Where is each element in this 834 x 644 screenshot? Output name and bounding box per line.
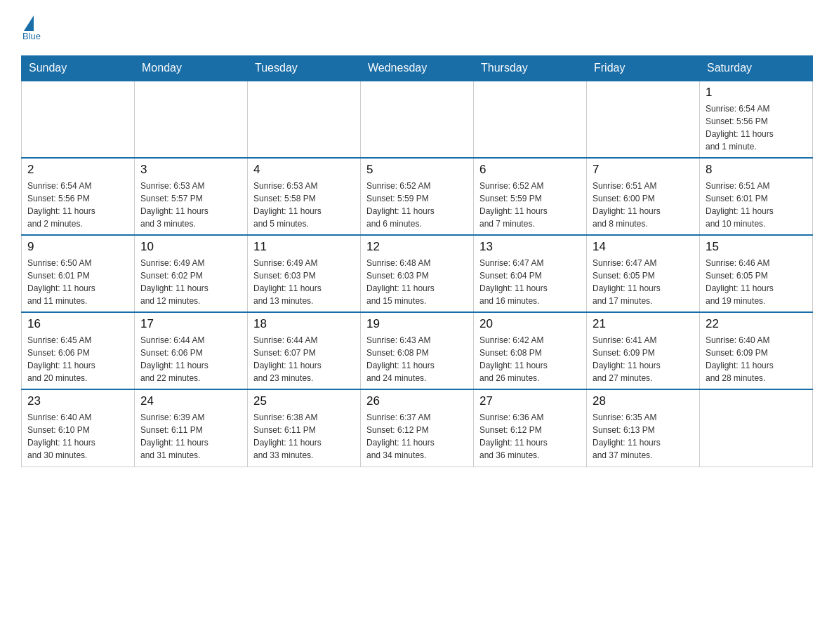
day-number: 8 xyxy=(706,163,807,177)
calendar-cell: 12Sunrise: 6:48 AMSunset: 6:03 PMDayligh… xyxy=(361,235,474,312)
calendar-cell xyxy=(474,81,587,158)
day-number: 19 xyxy=(366,317,468,331)
calendar-cell xyxy=(587,81,700,158)
calendar-cell: 4Sunrise: 6:53 AMSunset: 5:58 PMDaylight… xyxy=(248,158,361,235)
day-info: Sunrise: 6:52 AMSunset: 5:59 PMDaylight:… xyxy=(479,180,581,230)
day-info: Sunrise: 6:41 AMSunset: 6:09 PMDaylight:… xyxy=(593,334,694,384)
calendar-cell: 13Sunrise: 6:47 AMSunset: 6:04 PMDayligh… xyxy=(474,235,587,312)
calendar-cell: 21Sunrise: 6:41 AMSunset: 6:09 PMDayligh… xyxy=(587,312,700,389)
calendar-cell: 7Sunrise: 6:51 AMSunset: 6:00 PMDaylight… xyxy=(587,158,700,235)
day-number: 21 xyxy=(593,317,694,331)
calendar-cell: 19Sunrise: 6:43 AMSunset: 6:08 PMDayligh… xyxy=(361,312,474,389)
day-info: Sunrise: 6:36 AMSunset: 6:12 PMDaylight:… xyxy=(479,411,581,462)
day-info: Sunrise: 6:54 AMSunset: 5:56 PMDaylight:… xyxy=(706,102,807,153)
day-info: Sunrise: 6:49 AMSunset: 6:02 PMDaylight:… xyxy=(140,257,241,307)
calendar-cell: 25Sunrise: 6:38 AMSunset: 6:11 PMDayligh… xyxy=(248,389,361,467)
logo-subtitle: Blue xyxy=(22,31,41,41)
calendar-cell: 18Sunrise: 6:44 AMSunset: 6:07 PMDayligh… xyxy=(248,312,361,389)
day-header-tuesday: Tuesday xyxy=(248,56,361,81)
day-number: 14 xyxy=(593,240,694,254)
day-number: 15 xyxy=(706,240,807,254)
day-info: Sunrise: 6:39 AMSunset: 6:11 PMDaylight:… xyxy=(140,411,241,462)
day-number: 4 xyxy=(253,163,355,177)
calendar-week-row: 9Sunrise: 6:50 AMSunset: 6:01 PMDaylight… xyxy=(22,235,813,312)
calendar-header-row: SundayMondayTuesdayWednesdayThursdayFrid… xyxy=(22,56,813,81)
calendar-cell xyxy=(22,81,135,158)
day-info: Sunrise: 6:43 AMSunset: 6:08 PMDaylight:… xyxy=(366,334,468,384)
calendar-cell: 11Sunrise: 6:49 AMSunset: 6:03 PMDayligh… xyxy=(248,235,361,312)
day-info: Sunrise: 6:48 AMSunset: 6:03 PMDaylight:… xyxy=(366,257,468,307)
calendar-cell: 28Sunrise: 6:35 AMSunset: 6:13 PMDayligh… xyxy=(587,389,700,467)
calendar-cell: 3Sunrise: 6:53 AMSunset: 5:57 PMDaylight… xyxy=(135,158,248,235)
day-number: 9 xyxy=(27,240,128,254)
day-info: Sunrise: 6:51 AMSunset: 6:01 PMDaylight:… xyxy=(706,180,807,230)
day-info: Sunrise: 6:37 AMSunset: 6:12 PMDaylight:… xyxy=(366,411,468,462)
day-number: 18 xyxy=(253,317,355,331)
day-info: Sunrise: 6:49 AMSunset: 6:03 PMDaylight:… xyxy=(253,257,355,307)
day-info: Sunrise: 6:47 AMSunset: 6:05 PMDaylight:… xyxy=(593,257,694,307)
day-info: Sunrise: 6:45 AMSunset: 6:06 PMDaylight:… xyxy=(27,334,128,384)
day-number: 1 xyxy=(706,86,807,100)
calendar-cell: 5Sunrise: 6:52 AMSunset: 5:59 PMDaylight… xyxy=(361,158,474,235)
page-header: Blue xyxy=(21,14,813,41)
day-info: Sunrise: 6:46 AMSunset: 6:05 PMDaylight:… xyxy=(706,257,807,307)
day-number: 17 xyxy=(140,317,241,331)
day-number: 3 xyxy=(140,163,241,177)
day-number: 20 xyxy=(479,317,581,331)
calendar-week-row: 23Sunrise: 6:40 AMSunset: 6:10 PMDayligh… xyxy=(22,389,813,467)
day-number: 6 xyxy=(479,163,581,177)
day-header-wednesday: Wednesday xyxy=(361,56,474,81)
calendar-cell: 27Sunrise: 6:36 AMSunset: 6:12 PMDayligh… xyxy=(474,389,587,467)
day-header-thursday: Thursday xyxy=(474,56,587,81)
calendar-cell: 23Sunrise: 6:40 AMSunset: 6:10 PMDayligh… xyxy=(22,389,135,467)
day-number: 5 xyxy=(366,163,468,177)
day-info: Sunrise: 6:44 AMSunset: 6:06 PMDaylight:… xyxy=(140,334,241,384)
calendar-cell: 14Sunrise: 6:47 AMSunset: 6:05 PMDayligh… xyxy=(587,235,700,312)
day-info: Sunrise: 6:53 AMSunset: 5:58 PMDaylight:… xyxy=(253,180,355,230)
calendar-week-row: 2Sunrise: 6:54 AMSunset: 5:56 PMDaylight… xyxy=(22,158,813,235)
day-info: Sunrise: 6:35 AMSunset: 6:13 PMDaylight:… xyxy=(593,411,694,462)
day-number: 24 xyxy=(140,394,241,408)
day-header-friday: Friday xyxy=(587,56,700,81)
day-number: 16 xyxy=(27,317,128,331)
calendar-cell: 17Sunrise: 6:44 AMSunset: 6:06 PMDayligh… xyxy=(135,312,248,389)
calendar-cell: 9Sunrise: 6:50 AMSunset: 6:01 PMDaylight… xyxy=(22,235,135,312)
day-info: Sunrise: 6:50 AMSunset: 6:01 PMDaylight:… xyxy=(27,257,128,307)
calendar-table: SundayMondayTuesdayWednesdayThursdayFrid… xyxy=(21,55,813,467)
calendar-cell: 16Sunrise: 6:45 AMSunset: 6:06 PMDayligh… xyxy=(22,312,135,389)
day-number: 2 xyxy=(27,163,128,177)
calendar-cell xyxy=(135,81,248,158)
day-number: 28 xyxy=(593,394,694,408)
day-info: Sunrise: 6:54 AMSunset: 5:56 PMDaylight:… xyxy=(27,180,128,230)
logo: Blue xyxy=(21,14,41,41)
calendar-cell: 8Sunrise: 6:51 AMSunset: 6:01 PMDaylight… xyxy=(700,158,813,235)
day-info: Sunrise: 6:47 AMSunset: 6:04 PMDaylight:… xyxy=(479,257,581,307)
calendar-cell: 15Sunrise: 6:46 AMSunset: 6:05 PMDayligh… xyxy=(700,235,813,312)
calendar-cell xyxy=(700,389,813,467)
day-number: 10 xyxy=(140,240,241,254)
day-number: 11 xyxy=(253,240,355,254)
day-info: Sunrise: 6:40 AMSunset: 6:09 PMDaylight:… xyxy=(706,334,807,384)
calendar-week-row: 1Sunrise: 6:54 AMSunset: 5:56 PMDaylight… xyxy=(22,81,813,158)
day-number: 27 xyxy=(479,394,581,408)
day-number: 7 xyxy=(593,163,694,177)
day-number: 12 xyxy=(366,240,468,254)
calendar-cell: 24Sunrise: 6:39 AMSunset: 6:11 PMDayligh… xyxy=(135,389,248,467)
calendar-cell xyxy=(248,81,361,158)
day-number: 22 xyxy=(706,317,807,331)
calendar-cell: 1Sunrise: 6:54 AMSunset: 5:56 PMDaylight… xyxy=(700,81,813,158)
day-info: Sunrise: 6:52 AMSunset: 5:59 PMDaylight:… xyxy=(366,180,468,230)
day-info: Sunrise: 6:38 AMSunset: 6:11 PMDaylight:… xyxy=(253,411,355,462)
day-info: Sunrise: 6:51 AMSunset: 6:00 PMDaylight:… xyxy=(593,180,694,230)
day-info: Sunrise: 6:53 AMSunset: 5:57 PMDaylight:… xyxy=(140,180,241,230)
day-info: Sunrise: 6:42 AMSunset: 6:08 PMDaylight:… xyxy=(479,334,581,384)
calendar-cell: 20Sunrise: 6:42 AMSunset: 6:08 PMDayligh… xyxy=(474,312,587,389)
calendar-cell: 6Sunrise: 6:52 AMSunset: 5:59 PMDaylight… xyxy=(474,158,587,235)
day-number: 23 xyxy=(27,394,128,408)
calendar-cell xyxy=(361,81,474,158)
calendar-cell: 2Sunrise: 6:54 AMSunset: 5:56 PMDaylight… xyxy=(22,158,135,235)
day-header-saturday: Saturday xyxy=(700,56,813,81)
calendar-cell: 10Sunrise: 6:49 AMSunset: 6:02 PMDayligh… xyxy=(135,235,248,312)
day-info: Sunrise: 6:44 AMSunset: 6:07 PMDaylight:… xyxy=(253,334,355,384)
day-number: 25 xyxy=(253,394,355,408)
